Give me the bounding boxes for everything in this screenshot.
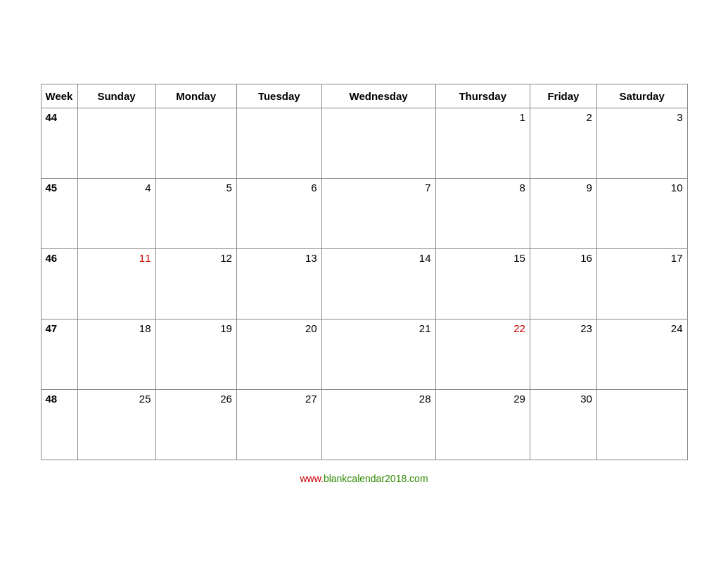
- website-prefix: www.: [300, 473, 323, 484]
- day-cell: 19: [155, 319, 236, 389]
- day-cell: 21: [321, 319, 435, 389]
- day-cell: 6: [236, 178, 321, 248]
- day-number: 26: [160, 393, 232, 405]
- day-number: 12: [160, 252, 232, 264]
- day-cell: 24: [596, 319, 687, 389]
- day-cell: 11: [77, 248, 155, 319]
- day-cell: 10: [596, 178, 687, 248]
- day-number: 19: [160, 322, 232, 334]
- column-header-week: Week: [41, 84, 77, 108]
- week-number: 47: [41, 319, 77, 389]
- column-header-saturday: Saturday: [596, 84, 687, 108]
- day-cell: [321, 108, 435, 178]
- day-number: 14: [326, 252, 431, 264]
- day-number: 16: [535, 252, 592, 264]
- day-cell: 5: [155, 178, 236, 248]
- week-number: 46: [41, 248, 77, 319]
- day-cell: 13: [236, 248, 321, 319]
- day-number: 29: [440, 393, 525, 405]
- week-number: 45: [41, 178, 77, 248]
- day-cell: 25: [77, 389, 155, 460]
- day-number: 18: [82, 322, 151, 334]
- column-header-friday: Friday: [530, 84, 596, 108]
- day-cell: 3: [596, 108, 687, 178]
- column-header-tuesday: Tuesday: [236, 84, 321, 108]
- day-number: 9: [535, 182, 592, 194]
- day-cell: 22: [435, 319, 530, 389]
- header-row: WeekSundayMondayTuesdayWednesdayThursday…: [41, 84, 687, 108]
- day-number: 10: [601, 182, 683, 194]
- week-row: 48252627282930: [41, 389, 687, 460]
- day-number: 30: [535, 393, 592, 405]
- day-number: 20: [241, 322, 317, 334]
- column-header-monday: Monday: [155, 84, 236, 108]
- week-number: 44: [41, 108, 77, 178]
- day-number: 17: [601, 252, 683, 264]
- week-row: 4718192021222324: [41, 319, 687, 389]
- day-cell: [596, 389, 687, 460]
- website-domain: blankcalendar2018.com: [324, 473, 428, 484]
- day-cell: [236, 108, 321, 178]
- day-number: 13: [241, 252, 317, 264]
- day-number: 21: [326, 322, 431, 334]
- day-cell: 15: [435, 248, 530, 319]
- day-cell: 30: [530, 389, 596, 460]
- day-cell: 18: [77, 319, 155, 389]
- day-cell: [77, 108, 155, 178]
- day-number: 5: [160, 182, 232, 194]
- day-number: 27: [241, 393, 317, 405]
- day-cell: 9: [530, 178, 596, 248]
- day-cell: 8: [435, 178, 530, 248]
- column-header-wednesday: Wednesday: [321, 84, 435, 108]
- day-number: 4: [82, 182, 151, 194]
- day-cell: 17: [596, 248, 687, 319]
- week-number: 48: [41, 389, 77, 460]
- day-number: 23: [535, 322, 592, 334]
- day-cell: 20: [236, 319, 321, 389]
- column-header-thursday: Thursday: [435, 84, 530, 108]
- day-cell: 4: [77, 178, 155, 248]
- day-cell: 23: [530, 319, 596, 389]
- day-cell: 1: [435, 108, 530, 178]
- column-header-sunday: Sunday: [77, 84, 155, 108]
- day-number: 6: [241, 182, 317, 194]
- day-cell: 28: [321, 389, 435, 460]
- day-cell: 26: [155, 389, 236, 460]
- day-number: 8: [440, 182, 525, 194]
- day-number: 25: [82, 393, 151, 405]
- day-cell: 27: [236, 389, 321, 460]
- day-cell: 7: [321, 178, 435, 248]
- day-number: 3: [601, 111, 683, 123]
- day-number: 28: [326, 393, 431, 405]
- day-cell: 16: [530, 248, 596, 319]
- calendar-table: WeekSundayMondayTuesdayWednesdayThursday…: [41, 84, 688, 460]
- day-number: 2: [535, 111, 592, 123]
- day-number: 15: [440, 252, 525, 264]
- day-cell: [155, 108, 236, 178]
- day-cell: 2: [530, 108, 596, 178]
- day-number: 11: [82, 252, 151, 264]
- week-row: 4611121314151617: [41, 248, 687, 319]
- week-row: 44123: [41, 108, 687, 178]
- day-cell: 12: [155, 248, 236, 319]
- calendar-page: WeekSundayMondayTuesdayWednesdayThursday…: [20, 58, 709, 505]
- day-number: 1: [440, 111, 525, 123]
- week-row: 4545678910: [41, 178, 687, 248]
- day-number: 7: [326, 182, 431, 194]
- day-cell: 14: [321, 248, 435, 319]
- website-footer: www.blankcalendar2018.com: [41, 473, 688, 484]
- day-number: 22: [440, 322, 525, 334]
- day-number: 24: [601, 322, 683, 334]
- day-cell: 29: [435, 389, 530, 460]
